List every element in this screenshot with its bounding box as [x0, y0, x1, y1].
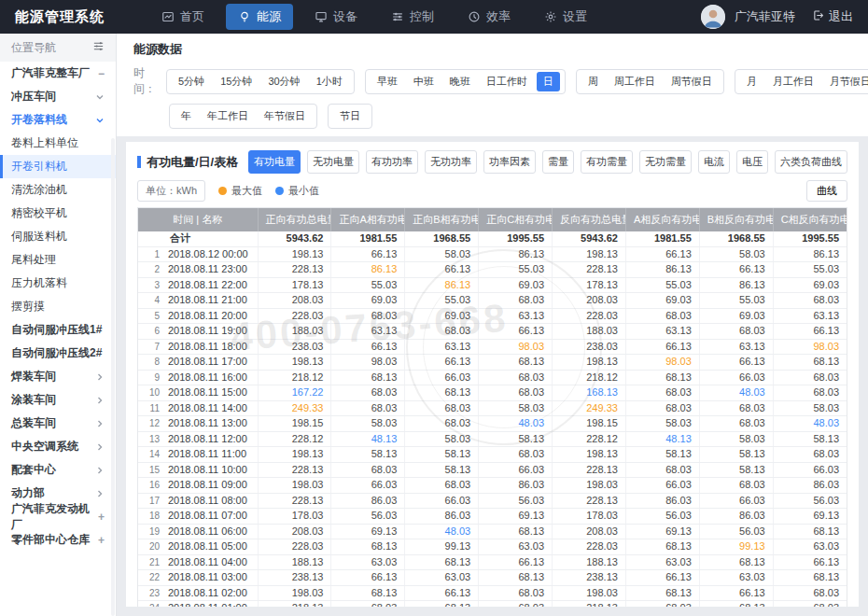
metric-button[interactable]: 六类负荷曲线: [775, 150, 847, 174]
avatar[interactable]: [701, 5, 725, 29]
filter-option[interactable]: 年节假日: [258, 106, 312, 126]
nav-item-efficiency[interactable]: 效率: [455, 4, 523, 30]
metric-button[interactable]: 有功功率: [366, 150, 418, 174]
sidebar-item-13[interactable]: 自动伺服冲压线2#: [0, 342, 116, 365]
filter-option[interactable]: 节日: [333, 106, 367, 126]
filter-option[interactable]: 月工作日: [766, 72, 820, 91]
filter-option[interactable]: 晚班: [443, 72, 477, 91]
row-number: 16: [146, 479, 160, 492]
metric-button[interactable]: 有功需量: [581, 150, 633, 174]
value-cell: 68.13: [479, 524, 553, 539]
sidebar-item-15[interactable]: 涂装车间: [0, 388, 116, 412]
sidebar-item-4[interactable]: 卷料上料单位: [0, 132, 116, 155]
row-number: 14: [146, 448, 160, 461]
sidebar-item-6[interactable]: 清洗涂油机: [0, 178, 116, 202]
sidebar-item-16[interactable]: 总装车间: [0, 412, 116, 435]
value-cell: 168.13: [553, 385, 626, 401]
value-cell: 69.03: [331, 293, 405, 309]
filter-option[interactable]: 日工作时: [480, 72, 534, 91]
filter-option[interactable]: 日: [537, 72, 560, 91]
filter-option[interactable]: 周工作日: [608, 72, 662, 91]
sidebar-item-20[interactable]: 广汽菲克发动机厂+: [0, 505, 116, 528]
metric-button[interactable]: 需量: [542, 150, 574, 174]
value-cell: 68.13: [479, 355, 553, 371]
time-cell: 242018.08.11 01:00: [138, 601, 258, 608]
main-content: 能源数据 时间： 5分钟15分钟30分钟1小时早班中班晚班日工作时日周周工作日周…: [117, 34, 868, 616]
value-cell: 86.13: [625, 262, 699, 278]
sidebar-item-17[interactable]: 中央空调系统: [0, 435, 116, 458]
value-cell: 56.03: [625, 509, 699, 525]
sidebar-item-label: 自动伺服冲压线1#: [11, 322, 102, 338]
sidebar-item-18[interactable]: 配套中心: [0, 458, 116, 482]
sidebar-item-9[interactable]: 尾料处理: [0, 248, 116, 272]
nav-item-device[interactable]: 设备: [302, 4, 370, 30]
list-filter-icon[interactable]: [92, 40, 105, 55]
filter-option[interactable]: 1小时: [310, 72, 349, 91]
value-cell: 178.03: [258, 509, 331, 525]
filter-option[interactable]: 月: [740, 72, 763, 91]
value-cell: 58.13: [773, 431, 847, 447]
sidebar-item-2[interactable]: 冲压车间: [0, 85, 116, 108]
metric-button[interactable]: 无功功率: [425, 150, 477, 174]
value-cell: 55.03: [331, 277, 405, 293]
sidebar-item-3[interactable]: 开卷落料线: [0, 108, 116, 132]
sidebar-item-11[interactable]: 摆剪摸: [0, 295, 116, 318]
row-number: 20: [146, 540, 160, 553]
nav-item-energy[interactable]: 能源: [226, 4, 293, 30]
sidebar-item-14[interactable]: 焊装车间: [0, 365, 116, 388]
filter-option[interactable]: 年: [175, 106, 198, 126]
metric-button[interactable]: 有功电量: [248, 150, 301, 174]
value-cell: 98.03: [331, 355, 405, 371]
filter-option[interactable]: 5分钟: [172, 72, 211, 91]
value-cell: 55.03: [699, 293, 773, 309]
top-navbar: 能源管理系统 首页能源设备控制效率设置 广汽菲亚特 退出: [0, 0, 868, 34]
metric-button[interactable]: 功率因素: [483, 150, 536, 174]
filter-option[interactable]: 中班: [407, 72, 441, 91]
value-cell: 228.03: [553, 539, 626, 555]
metric-button[interactable]: 电流: [698, 150, 730, 174]
sidebar-item-12[interactable]: 自动伺服冲压线1#: [0, 318, 116, 342]
user-name[interactable]: 广汽菲亚特: [735, 8, 795, 25]
total-label-cell: 合计: [138, 231, 258, 246]
table-row: 242018.08.11 01:00218.1368.0368.1368.032…: [138, 601, 847, 608]
sidebar-item-8[interactable]: 伺服送料机: [0, 225, 116, 248]
filter-option[interactable]: 30分钟: [261, 72, 306, 91]
value-cell: 66.13: [625, 570, 699, 586]
title-accent-bar: [137, 156, 141, 168]
table-row: 182018.08.11 07:00178.0356.0386.0369.131…: [138, 509, 847, 525]
value-cell: 58.03: [773, 400, 847, 416]
filter-group-3: 周周工作日周节假日: [576, 69, 724, 94]
filter-option[interactable]: 早班: [371, 72, 404, 91]
nav-item-home[interactable]: 首页: [149, 4, 217, 30]
sidebar-scrollbar[interactable]: [111, 138, 115, 616]
sidebar-item-1[interactable]: 广汽菲克整车厂−: [0, 62, 116, 85]
value-cell: 63.13: [405, 339, 479, 355]
sidebar-item-5[interactable]: 开卷引料机: [0, 155, 116, 178]
time-label: 时间：: [133, 65, 156, 97]
value-cell: 68.03: [331, 462, 405, 478]
value-cell: 68.03: [625, 601, 699, 608]
sidebar-item-21[interactable]: 零件部中心仓库+: [0, 528, 116, 552]
filter-option[interactable]: 年工作日: [201, 106, 255, 126]
logout-label: 退出: [829, 8, 853, 25]
logout-button[interactable]: 退出: [812, 8, 853, 25]
filter-option[interactable]: 周节假日: [665, 72, 719, 91]
column-header: 正向A相有功电量: [331, 208, 405, 231]
metric-button[interactable]: 电压: [736, 150, 768, 174]
curve-button[interactable]: 曲线: [806, 180, 847, 202]
metric-button[interactable]: 无功需量: [639, 150, 692, 174]
sidebar-item-7[interactable]: 精密校平机: [0, 202, 116, 225]
time-cell: 12018.08.12 00:00: [138, 246, 258, 262]
nav-item-settings[interactable]: 设置: [532, 4, 599, 30]
nav-item-control[interactable]: 控制: [379, 4, 446, 30]
sidebar-item-10[interactable]: 压力机落料: [0, 272, 116, 295]
filter-option[interactable]: 月节假日: [823, 72, 868, 91]
column-header: A相反向有功电量: [625, 208, 699, 231]
row-number: 13: [146, 433, 160, 446]
filter-option[interactable]: 周: [581, 72, 605, 91]
metric-button[interactable]: 无功电量: [307, 150, 359, 174]
row-time: 2018.08.11 09:00: [168, 479, 247, 490]
sidebar-item-label: 冲压车间: [11, 89, 56, 105]
filter-option[interactable]: 15分钟: [214, 72, 259, 91]
value-cell: 63.13: [625, 324, 699, 340]
